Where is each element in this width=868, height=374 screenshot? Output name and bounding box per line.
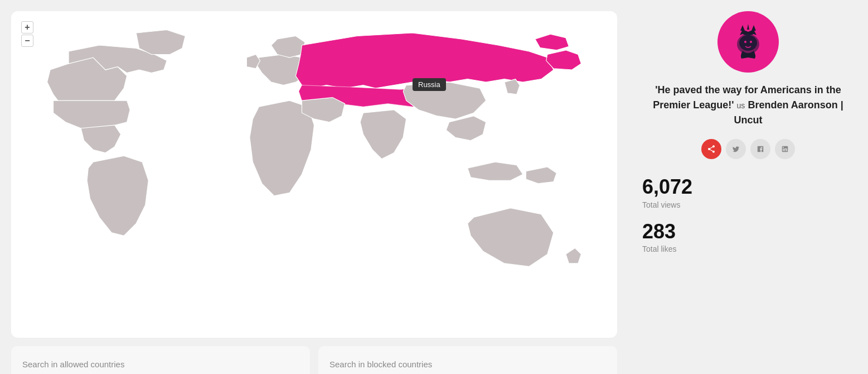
total-views-block: 6,072 Total views — [642, 176, 854, 209]
svg-marker-2 — [747, 24, 749, 30]
linkedin-button[interactable] — [775, 139, 795, 159]
svg-marker-3 — [751, 25, 756, 31]
search-allowed-card[interactable]: Search in allowed countries — [11, 346, 310, 374]
search-allowed-label: Search in allowed countries — [22, 359, 124, 369]
linkedin-icon — [781, 145, 789, 153]
channel-logo — [717, 11, 779, 73]
flag-label: us — [737, 101, 745, 110]
share-row — [701, 139, 795, 159]
left-panel: + − Russia — [0, 0, 628, 374]
svg-point-5 — [737, 34, 759, 54]
total-likes-number: 283 — [642, 220, 854, 243]
channel-logo-svg — [726, 20, 770, 64]
total-likes-block: 283 Total likes — [642, 220, 854, 254]
total-likes-label: Total likes — [642, 244, 854, 253]
twitter-button[interactable] — [726, 139, 746, 159]
total-views-label: Total views — [642, 200, 854, 209]
total-views-number: 6,072 — [642, 176, 854, 198]
video-title: 'He paved the way for Americans in the P… — [642, 83, 854, 128]
search-blocked-card[interactable]: Search in blocked countries — [318, 346, 617, 374]
map-svg-container — [20, 20, 609, 329]
country-tooltip: Russia — [413, 78, 446, 91]
zoom-in-button[interactable]: + — [21, 21, 33, 33]
facebook-button[interactable] — [750, 139, 770, 159]
bottom-cards: Search in allowed countries Search in bl… — [11, 346, 617, 374]
world-map-svg — [20, 20, 609, 329]
zoom-out-button[interactable]: − — [21, 35, 33, 47]
share-button[interactable] — [701, 139, 721, 159]
share-icon — [707, 145, 716, 154]
map-card: + − Russia — [11, 11, 617, 338]
search-blocked-label: Search in blocked countries — [329, 359, 432, 369]
facebook-icon — [757, 145, 764, 153]
svg-point-6 — [744, 41, 746, 43]
svg-point-7 — [750, 41, 752, 43]
twitter-icon — [732, 145, 740, 153]
svg-marker-1 — [740, 25, 745, 31]
right-panel: 'He paved the way for Americans in the P… — [628, 0, 868, 374]
map-controls: + − — [21, 21, 33, 47]
